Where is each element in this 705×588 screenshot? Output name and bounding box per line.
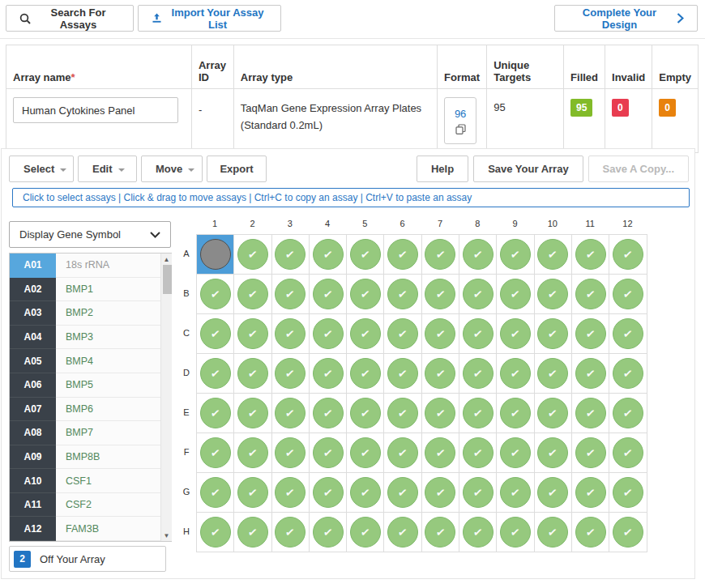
well-B1[interactable]: ✓ (197, 275, 234, 314)
well-G1[interactable]: ✓ (197, 473, 234, 513)
well-B4[interactable]: ✓ (310, 275, 347, 314)
gene-name-cell[interactable]: BMP7 (56, 421, 171, 445)
well-F10[interactable]: ✓ (535, 433, 572, 473)
well-E12[interactable]: ✓ (609, 394, 647, 433)
well-H6[interactable]: ✓ (384, 513, 421, 552)
well-H8[interactable]: ✓ (459, 513, 497, 552)
well-E11[interactable]: ✓ (572, 394, 609, 433)
well-A12[interactable]: ✓ (609, 235, 647, 275)
well-C4[interactable]: ✓ (310, 314, 347, 354)
well-G6[interactable]: ✓ (384, 473, 421, 513)
well-D9[interactable]: ✓ (497, 354, 534, 394)
well-H5[interactable]: ✓ (347, 513, 384, 552)
well-id-cell[interactable]: A03 (10, 301, 56, 326)
well-D11[interactable]: ✓ (572, 354, 609, 394)
gene-name-cell[interactable]: FAM3B (56, 517, 171, 541)
well-D3[interactable]: ✓ (272, 354, 310, 394)
well-C10[interactable]: ✓ (535, 314, 572, 354)
well-G12[interactable]: ✓ (609, 473, 647, 513)
well-G11[interactable]: ✓ (572, 473, 609, 513)
off-your-array-box[interactable]: 2 Off Your Array (9, 546, 166, 572)
well-B9[interactable]: ✓ (497, 275, 534, 314)
well-G3[interactable]: ✓ (272, 473, 310, 513)
well-A1[interactable] (197, 235, 234, 275)
well-E1[interactable]: ✓ (197, 394, 234, 433)
well-id-cell[interactable]: A02 (10, 278, 56, 302)
well-B7[interactable]: ✓ (422, 275, 459, 314)
search-for-assays-button[interactable]: Search For Assays (6, 5, 134, 32)
well-A3[interactable]: ✓ (272, 235, 310, 275)
gene-name-cell[interactable]: CSF2 (56, 493, 171, 518)
well-id-cell[interactable]: A01 (10, 254, 56, 278)
well-B5[interactable]: ✓ (347, 275, 384, 314)
well-B3[interactable]: ✓ (272, 275, 310, 314)
well-D4[interactable]: ✓ (310, 354, 347, 394)
well-id-cell[interactable]: A08 (10, 421, 56, 445)
well-id-cell[interactable]: A10 (10, 469, 56, 493)
well-E4[interactable]: ✓ (310, 394, 347, 433)
well-id-cell[interactable]: A04 (10, 326, 56, 350)
well-A8[interactable]: ✓ (459, 235, 497, 275)
well-A2[interactable]: ✓ (234, 235, 271, 275)
copy-icon[interactable] (455, 124, 466, 134)
well-H4[interactable]: ✓ (310, 513, 347, 552)
well-C6[interactable]: ✓ (384, 314, 421, 354)
move-menu-button[interactable]: Move (141, 156, 203, 182)
import-assay-list-button[interactable]: Import Your Assay List (138, 5, 281, 32)
well-G9[interactable]: ✓ (497, 473, 534, 513)
well-G10[interactable]: ✓ (535, 473, 572, 513)
well-C2[interactable]: ✓ (234, 314, 271, 354)
gene-name-cell[interactable]: BMP2 (56, 301, 171, 326)
well-A9[interactable]: ✓ (497, 235, 534, 275)
well-G7[interactable]: ✓ (422, 473, 459, 513)
well-D1[interactable]: ✓ (197, 354, 234, 394)
well-G2[interactable]: ✓ (234, 473, 271, 513)
well-H9[interactable]: ✓ (497, 513, 534, 552)
well-H3[interactable]: ✓ (272, 513, 310, 552)
well-A11[interactable]: ✓ (572, 235, 609, 275)
format-selector[interactable]: 96 (444, 97, 476, 144)
well-B8[interactable]: ✓ (459, 275, 497, 314)
save-a-copy-button[interactable]: Save A Copy... (588, 156, 689, 182)
well-A5[interactable]: ✓ (347, 235, 384, 275)
well-id-cell[interactable]: A07 (10, 398, 56, 422)
well-C7[interactable]: ✓ (422, 314, 459, 354)
well-H10[interactable]: ✓ (535, 513, 572, 552)
well-C3[interactable]: ✓ (272, 314, 310, 354)
well-D10[interactable]: ✓ (535, 354, 572, 394)
well-H7[interactable]: ✓ (422, 513, 459, 552)
gene-name-cell[interactable]: 18s rRNA (56, 254, 171, 278)
well-D12[interactable]: ✓ (609, 354, 647, 394)
gene-name-cell[interactable]: BMP1 (56, 278, 171, 302)
well-A6[interactable]: ✓ (384, 235, 421, 275)
well-id-cell[interactable]: A09 (10, 445, 56, 470)
well-B12[interactable]: ✓ (609, 275, 647, 314)
well-F11[interactable]: ✓ (572, 433, 609, 473)
gene-name-cell[interactable]: BMP6 (56, 398, 171, 422)
well-G4[interactable]: ✓ (310, 473, 347, 513)
well-A7[interactable]: ✓ (422, 235, 459, 275)
well-B2[interactable]: ✓ (234, 275, 271, 314)
well-id-cell[interactable]: A06 (10, 373, 56, 398)
help-button[interactable]: Help (417, 156, 468, 182)
well-D8[interactable]: ✓ (459, 354, 497, 394)
scrollbar-thumb[interactable] (163, 265, 172, 294)
edit-menu-button[interactable]: Edit (78, 156, 137, 182)
complete-your-design-button[interactable]: Complete Your Design (554, 5, 698, 32)
well-id-cell[interactable]: A12 (10, 517, 56, 541)
well-id-cell[interactable]: A11 (10, 493, 56, 518)
well-H2[interactable]: ✓ (234, 513, 271, 552)
select-menu-button[interactable]: Select (9, 156, 74, 182)
well-H1[interactable]: ✓ (197, 513, 234, 552)
well-F2[interactable]: ✓ (234, 433, 271, 473)
gene-name-cell[interactable]: BMP5 (56, 373, 171, 398)
well-D5[interactable]: ✓ (347, 354, 384, 394)
well-D2[interactable]: ✓ (234, 354, 271, 394)
well-C11[interactable]: ✓ (572, 314, 609, 354)
well-G8[interactable]: ✓ (459, 473, 497, 513)
well-D6[interactable]: ✓ (384, 354, 421, 394)
well-G5[interactable]: ✓ (347, 473, 384, 513)
well-E7[interactable]: ✓ (422, 394, 459, 433)
well-D7[interactable]: ✓ (422, 354, 459, 394)
well-F1[interactable]: ✓ (197, 433, 234, 473)
